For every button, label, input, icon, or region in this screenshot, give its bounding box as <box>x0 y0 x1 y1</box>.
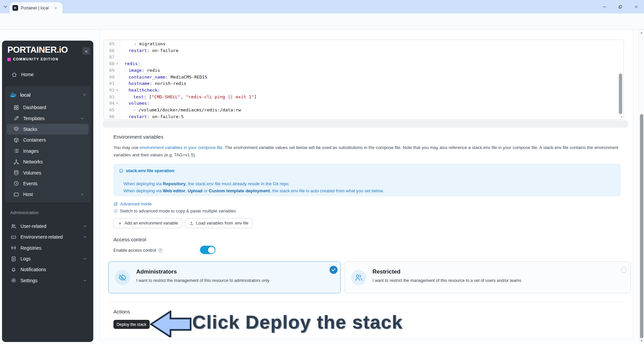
compose-code: 85- migrations86restart: on-failure8788∨… <box>104 41 624 120</box>
fold-gutter <box>114 113 120 120</box>
info-box-lines: When deploying via Repository, the stack… <box>123 181 384 194</box>
sidebar-item-dashboard[interactable]: Dashboard <box>7 102 89 113</box>
fold-arrow-icon[interactable]: ∨ <box>114 60 120 67</box>
line-number: 92 <box>104 87 114 94</box>
code-line: 92∨healthcheck: <box>104 87 624 94</box>
deploy-the-stack-button[interactable]: Deploy the stack <box>113 320 150 329</box>
code-line: 95- /volume1/docker/mediacms/redis:/data… <box>104 107 624 113</box>
sidebar-item-stacks[interactable]: Stacks <box>7 124 89 135</box>
environment-menu: DashboardTemplatesStacksContainersImages… <box>5 102 91 200</box>
code-line: 88∨redis: <box>104 60 624 67</box>
editor-scrollbar[interactable] <box>619 40 623 119</box>
tab-search-chevron-icon[interactable] <box>3 4 8 9</box>
sidebar-item-events[interactable]: Events <box>7 178 89 189</box>
sidebar-item-label: Containers <box>23 137 85 143</box>
enable-access-control-label: Enable access control <box>113 248 163 253</box>
compose-env-vars-link[interactable]: environment variables in your compose fi… <box>140 145 222 150</box>
access-option-restricted[interactable]: Restricted I want to restrict the manage… <box>345 261 631 293</box>
line-number: 90 <box>104 74 114 81</box>
editor-scrollbar-thumb[interactable] <box>619 73 622 114</box>
sidebar-item-images[interactable]: Images <box>7 146 89 156</box>
window-minimize-button[interactable] <box>602 5 607 9</box>
load-variables-from-env-file-button[interactable]: Load variables from .env file <box>185 218 253 228</box>
sidebar-collapse-button[interactable]: « <box>83 47 90 55</box>
sidebar-item-label: Logs <box>20 256 83 261</box>
code-line: 86restart: on-failure <box>104 47 624 54</box>
network-icon <box>13 159 19 165</box>
sidebar-item-settings[interactable]: Settings <box>4 275 91 286</box>
code-line: 93test: ["CMD-SHELL", "redis-cli ping ||… <box>104 94 624 100</box>
info-line: When deploying via Repository, the stack… <box>123 181 384 188</box>
sidebar-item-label: Home <box>21 72 34 77</box>
sidebar-item-label: Environment-related <box>20 234 83 240</box>
line-number: 86 <box>104 47 114 54</box>
sidebar-item-registries[interactable]: Registries <box>4 243 91 253</box>
sidebar-item-notifications[interactable]: Notifications <box>4 264 91 275</box>
stack-env-info-box: stack.env file operation When deploying … <box>113 164 621 196</box>
unselected-radio[interactable] <box>621 267 627 273</box>
help-question-icon[interactable] <box>158 248 163 253</box>
sidebar-item-user-related[interactable]: User-related <box>4 221 91 232</box>
file-icon <box>11 256 16 262</box>
sidebar-item-environment-related[interactable]: Environment-related <box>4 232 91 242</box>
sidebar-item-logs[interactable]: Logs <box>4 253 91 264</box>
gear-icon <box>11 278 16 283</box>
sidebar-item-label: Events <box>23 181 85 186</box>
code-line: 85- migrations <box>104 41 624 47</box>
sidebar-item-networks[interactable]: Networks <box>7 156 89 167</box>
portainer-logo: PORTAINER.iO <box>7 45 68 55</box>
screen: P. Portainer | local Not secure 192.168.… <box>0 0 644 344</box>
docker-whale-icon <box>9 91 17 98</box>
scroll-down-icon[interactable]: ▼ <box>639 339 644 343</box>
tab-close-icon[interactable] <box>54 6 58 10</box>
layers-icon <box>13 126 19 132</box>
fold-arrow-icon[interactable]: ∨ <box>114 100 120 107</box>
section-divider <box>108 302 625 302</box>
sidebar-item-home[interactable]: Home <box>2 69 93 80</box>
page-scrollbar[interactable]: ▲ ▼ <box>639 30 644 344</box>
environment-header[interactable]: local <box>5 88 91 101</box>
sidebar-item-label: Volumes <box>23 170 85 176</box>
tab-title: Portainer | local <box>21 6 52 10</box>
edition-square <box>7 58 11 61</box>
environment-close-icon[interactable] <box>82 93 87 97</box>
scroll-up-icon[interactable]: ▲ <box>639 31 644 34</box>
sidebar-item-templates[interactable]: Templates <box>7 113 89 124</box>
pencil-square-icon <box>113 202 118 206</box>
drive-icon <box>11 234 16 240</box>
code-text: volumes: <box>120 100 624 107</box>
description-text: You may use <box>113 145 140 150</box>
sidebar-item-volumes[interactable]: Volumes <box>7 167 89 178</box>
access-option-title: Restricted <box>373 268 400 275</box>
window-close-button[interactable] <box>634 5 638 9</box>
eye-slash-icon <box>118 273 127 282</box>
code-text: restart: on-failure <box>120 47 624 54</box>
sidebar-item-label: Registries <box>20 245 87 251</box>
sidebar-item-host[interactable]: Host <box>7 189 89 200</box>
page-scrollbar-thumb[interactable] <box>640 114 643 338</box>
edition-label: COMMUNITY EDITION <box>13 57 58 61</box>
db-icon <box>13 170 19 176</box>
sidebar-item-containers[interactable]: Containers <box>7 135 89 145</box>
browser-tab[interactable]: P. Portainer | local <box>10 2 62 13</box>
window-restore-button[interactable] <box>618 5 623 9</box>
info-box-title: stack.env file operation <box>126 168 175 173</box>
browser-tab-bar: P. Portainer | local <box>0 0 644 13</box>
window-controls <box>597 0 644 13</box>
plus-icon <box>118 221 122 226</box>
access-option-description: I want to restrict the management of thi… <box>373 278 521 283</box>
line-number: 88 <box>104 60 114 67</box>
code-text: restart: on-failure:5 <box>120 113 624 120</box>
add-environment-variable-button[interactable]: Add an environment variable <box>113 218 182 228</box>
access-option-administrators[interactable]: Administrators I want to restrict the ma… <box>108 261 341 293</box>
editor-scroll-down-icon[interactable]: ▾ <box>620 115 624 119</box>
code-line: 87 <box>104 54 624 60</box>
code-text: image: redis <box>120 67 624 74</box>
enable-access-control-toggle[interactable] <box>200 246 215 254</box>
advanced-mode-link[interactable]: Advanced mode <box>113 201 152 206</box>
environment-box: local DashboardTemplatesStacksContainers… <box>5 87 91 202</box>
compose-web-editor[interactable]: 85- migrations86restart: on-failure8788∨… <box>103 40 624 120</box>
icon-circle <box>115 270 130 285</box>
fold-arrow-icon[interactable]: ∨ <box>114 87 120 94</box>
code-text: hostname: norish-redis <box>120 80 624 87</box>
